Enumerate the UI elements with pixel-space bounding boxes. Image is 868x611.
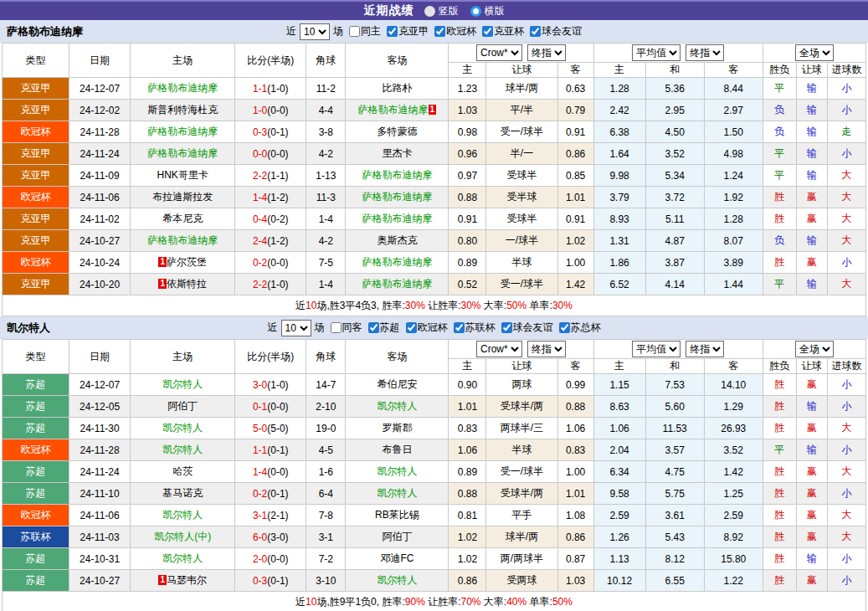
sub-header-g3-goals: 进球数 bbox=[827, 63, 865, 78]
home-team[interactable]: 希本尼克 bbox=[131, 208, 235, 230]
average-select[interactable]: 平均值 bbox=[632, 341, 681, 357]
col-header-type: 类型 bbox=[3, 340, 69, 374]
away-team[interactable]: 罗斯郡 bbox=[346, 418, 449, 439]
bookmaker-group-header: Crow*终指 bbox=[449, 44, 593, 63]
away-team[interactable]: 萨格勒布迪纳摩 bbox=[346, 187, 449, 208]
league-checkbox[interactable] bbox=[406, 322, 417, 333]
handicap-line: 受球半 bbox=[486, 165, 557, 187]
away-team[interactable]: 阿伯丁 bbox=[346, 526, 449, 548]
league-checkbox[interactable] bbox=[368, 322, 379, 333]
home-team[interactable]: 萨格勒布迪纳摩 bbox=[131, 230, 235, 252]
page: 近期战绩 竖版 横版 萨格勒布迪纳摩 近10场同主克亚甲欧冠杯克亚杯球会友谊 类… bbox=[0, 0, 868, 611]
same-venue-label: 同客 bbox=[342, 321, 362, 335]
team-name-text: 多特蒙德 bbox=[377, 126, 417, 137]
home-team[interactable]: 哈茨 bbox=[131, 461, 235, 483]
home-team[interactable]: 1马瑟韦尔 bbox=[131, 570, 235, 592]
home-team[interactable]: 阿伯丁 bbox=[131, 396, 235, 418]
bookmaker-select[interactable]: Crow* bbox=[476, 341, 522, 357]
away-team[interactable]: 多特蒙德 bbox=[346, 121, 449, 143]
fulltime-select[interactable]: 全场 bbox=[795, 44, 834, 61]
home-team[interactable]: 凯尔特人 bbox=[131, 548, 235, 570]
home-team[interactable]: 1依斯特拉 bbox=[131, 274, 235, 295]
home-team[interactable]: 凯尔特人 bbox=[131, 418, 235, 439]
home-team[interactable]: HNK哥里卡 bbox=[131, 165, 235, 187]
fulltime-score: 2-2 bbox=[253, 279, 267, 290]
league-badge: 苏超 bbox=[3, 396, 69, 418]
score: 5-0(5-0) bbox=[235, 418, 306, 439]
away-team[interactable]: 里杰卡 bbox=[346, 143, 449, 165]
away-team[interactable]: 萨格勒布迪纳摩1 bbox=[346, 100, 449, 121]
handicap-line: 球半/两 bbox=[486, 78, 557, 100]
games-count-select[interactable]: 10 bbox=[300, 23, 330, 40]
games-count-select[interactable]: 10 bbox=[281, 320, 311, 336]
table-row: 苏超 24-11-30 凯尔特人 5-0(5-0) 19-0 罗斯郡 0.83 … bbox=[3, 418, 866, 439]
same-venue-checkbox[interactable] bbox=[331, 322, 342, 333]
table-row: 欧冠杯 24-10-24 1萨尔茨堡 0-2(0-0) 7-5 萨格勒布迪纳摩 … bbox=[3, 252, 866, 274]
home-team[interactable]: 凯尔特人 bbox=[131, 374, 235, 396]
team-name-text: 布拉迪斯拉发 bbox=[152, 191, 213, 203]
home-team[interactable]: 萨格勒布迪纳摩 bbox=[131, 121, 235, 143]
league-checkbox[interactable] bbox=[482, 26, 493, 37]
away-team[interactable]: 凯尔特人 bbox=[346, 461, 449, 483]
match-date: 24-11-09 bbox=[69, 165, 131, 187]
away-team[interactable]: 邓迪FC bbox=[346, 548, 449, 570]
table-row: 欧冠杯 24-11-06 凯尔特人 3-1(2-1) 7-8 RB莱比锡 0.8… bbox=[3, 505, 866, 526]
odds-stage-select-2[interactable]: 终指 bbox=[686, 341, 724, 357]
away-team[interactable]: 布鲁日 bbox=[346, 439, 449, 461]
home-team[interactable]: 布拉迪斯拉发 bbox=[131, 187, 235, 208]
home-team[interactable]: 斯普利特海杜克 bbox=[131, 100, 235, 121]
same-venue-checkbox[interactable] bbox=[349, 26, 360, 37]
league-checkbox[interactable] bbox=[501, 322, 512, 333]
avg-odds-home: 1.15 bbox=[593, 374, 645, 396]
away-team[interactable]: 比路朴 bbox=[346, 78, 449, 100]
away-team[interactable]: 凯尔特人 bbox=[346, 570, 449, 592]
summary-text: 30% bbox=[405, 300, 425, 311]
odds-stage-select-1[interactable]: 终指 bbox=[527, 341, 566, 357]
bookmaker-select[interactable]: Crow* bbox=[476, 44, 522, 61]
home-team[interactable]: 基马诺克 bbox=[131, 483, 235, 505]
home-team[interactable]: 1萨尔茨堡 bbox=[131, 252, 235, 274]
fulltime-select[interactable]: 全场 bbox=[795, 341, 834, 357]
odds-stage-select-2[interactable]: 终指 bbox=[686, 44, 724, 61]
away-team[interactable]: 凯尔特人 bbox=[346, 483, 449, 505]
home-team[interactable]: 萨格勒布迪纳摩 bbox=[131, 143, 235, 165]
team-name-text: 萨格勒布迪纳摩 bbox=[358, 104, 429, 116]
handicap-odds-home: 0.90 bbox=[449, 374, 486, 396]
away-team[interactable]: 萨格勒布迪纳摩 bbox=[346, 274, 449, 295]
away-team[interactable]: 希伯尼安 bbox=[346, 374, 449, 396]
league-checkbox[interactable] bbox=[387, 26, 398, 37]
home-team[interactable]: 萨格勒布迪纳摩 bbox=[131, 78, 235, 100]
result-goals: 小 bbox=[827, 570, 865, 592]
avg-odds-home: 1.26 bbox=[593, 526, 645, 548]
red-card-badge: 1 bbox=[429, 105, 437, 115]
avg-odds-away: 1.22 bbox=[704, 570, 763, 592]
away-team[interactable]: 萨格勒布迪纳摩 bbox=[346, 208, 449, 230]
away-team[interactable]: RB莱比锡 bbox=[346, 505, 449, 526]
red-card-badge: 1 bbox=[158, 257, 167, 267]
league-checkbox[interactable] bbox=[454, 322, 465, 333]
home-team[interactable]: 凯尔特人 bbox=[131, 505, 235, 526]
result-goals: 小 bbox=[827, 78, 865, 100]
table-row: 苏超 24-10-27 1马瑟韦尔 0-3(0-1) 3-10 凯尔特人 0.8… bbox=[3, 570, 866, 592]
radio-vertical[interactable]: 竖版 bbox=[424, 4, 459, 18]
radio-horizontal[interactable]: 横版 bbox=[470, 4, 505, 18]
away-team[interactable]: 凯尔特人 bbox=[346, 396, 449, 418]
odds-stage-select-1[interactable]: 终指 bbox=[527, 44, 566, 61]
handicap-odds-away: 1.03 bbox=[557, 570, 593, 592]
avg-odds-home: 1.13 bbox=[593, 548, 645, 570]
league-checkbox[interactable] bbox=[559, 322, 570, 333]
average-select[interactable]: 平均值 bbox=[632, 44, 681, 61]
home-team[interactable]: 凯尔特人(中) bbox=[131, 526, 235, 548]
fulltime-score: 1-4 bbox=[253, 192, 267, 203]
sub-header-g3-handicap: 让球 bbox=[796, 63, 827, 78]
league-badge: 苏超 bbox=[3, 418, 69, 439]
avg-odds-away: 1.24 bbox=[704, 165, 763, 187]
league-checkbox[interactable] bbox=[530, 26, 541, 37]
summary-text: 大率: bbox=[481, 300, 507, 311]
league-checkbox[interactable] bbox=[434, 26, 445, 37]
home-team[interactable]: 凯尔特人 bbox=[131, 439, 235, 461]
away-team[interactable]: 奥斯杰克 bbox=[346, 230, 449, 252]
match-date: 24-11-06 bbox=[69, 187, 131, 208]
away-team[interactable]: 萨格勒布迪纳摩 bbox=[346, 165, 449, 187]
away-team[interactable]: 萨格勒布迪纳摩 bbox=[346, 252, 449, 274]
